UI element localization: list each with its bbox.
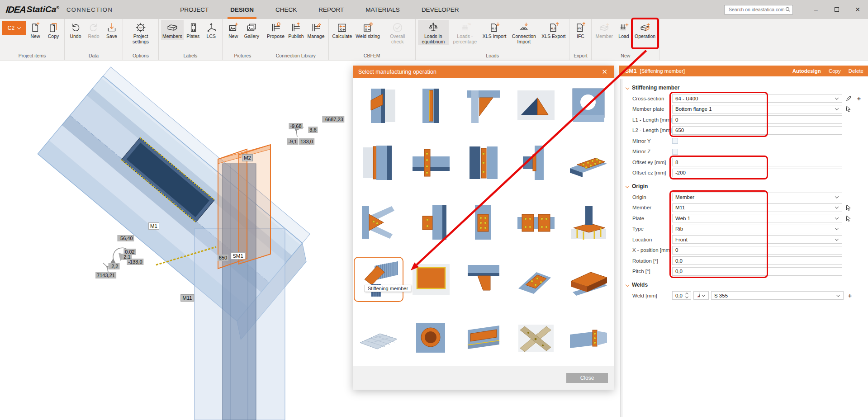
connection-selector[interactable]: C2 (2, 21, 26, 35)
operation-thumb-gusset-plate[interactable] (357, 203, 400, 241)
mirror-y-checkbox[interactable] (672, 138, 678, 144)
operation-thumb-cleat[interactable] (410, 144, 452, 182)
panel-row-x-position-mm: X - position [mm]0 (625, 245, 868, 256)
pencil-icon[interactable] (844, 95, 853, 101)
menu-design[interactable]: DESIGN (219, 0, 265, 19)
member-label[interactable]: SM1 (231, 252, 245, 260)
operation-thumb-connecting-plate[interactable] (410, 203, 452, 241)
operation-thumb-wide-plate[interactable] (567, 260, 610, 298)
operation-thumb-haunch-cut[interactable] (357, 87, 400, 125)
cursor-icon[interactable] (844, 215, 853, 222)
autodesign-button[interactable]: Autodesign (792, 68, 821, 74)
ribbon-button-calculate[interactable]: Calculate (331, 20, 354, 40)
section-welds[interactable]: Welds (625, 279, 868, 290)
minimize-button[interactable]: – (806, 0, 826, 19)
operation-thumb-rib[interactable] (462, 87, 505, 125)
ribbon-button-ifc[interactable]: IFCIFC (572, 20, 589, 40)
ribbon-button-undo[interactable]: Undo (67, 20, 84, 40)
plus-icon[interactable]: + (855, 94, 863, 102)
operation-thumb-stiffening-member[interactable] (357, 260, 400, 298)
ribbon-button-gallery[interactable]: Gallery (243, 20, 261, 40)
operation-thumb-bracket[interactable] (462, 260, 505, 298)
member-field[interactable]: M11 (672, 203, 842, 212)
operation-thumb-splice[interactable] (462, 144, 505, 182)
weld-size-field[interactable]: 0,0 (672, 291, 691, 300)
ribbon-button-new[interactable]: New (27, 20, 44, 40)
close-button[interactable]: ✕ (847, 0, 868, 19)
menu-developer[interactable]: DEVELOPER (411, 0, 470, 19)
member-label[interactable]: M2 (242, 154, 253, 161)
ribbon-button-operation[interactable]: Operation (633, 20, 657, 40)
operation-thumb-plate-opening[interactable] (410, 260, 452, 298)
location-field[interactable]: Front (672, 235, 842, 244)
ribbon-button-load[interactable]: Load (615, 20, 632, 40)
operation-thumb-splice-plates[interactable] (515, 203, 557, 241)
operation-thumb-base-plate[interactable] (567, 203, 610, 241)
operation-thumb-bolted-plate[interactable] (515, 260, 557, 298)
ribbon-button-lcs[interactable]: LCS (203, 20, 220, 40)
delete-operation-button[interactable]: Delete (849, 68, 863, 74)
ribbon-button-project-settings[interactable]: </>Project settings (125, 20, 156, 45)
offset-ey-mm-field[interactable]: 8 (672, 158, 842, 166)
ribbon-button-new[interactable]: New (225, 20, 242, 40)
cursor-icon[interactable] (844, 204, 853, 211)
menu-project[interactable]: PROJECT (169, 0, 219, 19)
ribbon-button-connection-import[interactable]: Connection Import (508, 20, 539, 45)
ribbon-group-label: Data (67, 52, 120, 60)
operation-thumb-stub[interactable] (515, 144, 557, 182)
offset-ez-mm-field[interactable]: -200 (672, 169, 842, 177)
ribbon-button-save[interactable]: Save (103, 20, 120, 40)
x-position-mm-field[interactable]: 0 (672, 246, 842, 255)
operation-thumb-end-plate[interactable] (357, 144, 400, 182)
l1-length-mm-field[interactable]: 0 (672, 115, 842, 124)
member-label[interactable]: M11 (180, 294, 194, 302)
search-box[interactable] (724, 5, 793, 14)
member-plate-field[interactable]: Bottom flange 1 (672, 105, 842, 113)
mirror-z-checkbox[interactable] (672, 149, 678, 155)
member-label[interactable]: M1 (148, 222, 159, 230)
operation-thumb-timber-braces[interactable] (515, 319, 557, 357)
type-field[interactable]: Rib (672, 225, 842, 233)
operation-thumb-widener[interactable] (515, 87, 557, 125)
ribbon-button-plates[interactable]: Plates (185, 20, 202, 40)
weld-type-dropdown[interactable] (693, 291, 709, 300)
operation-thumb-membrane[interactable] (357, 319, 400, 357)
weld-material-dropdown[interactable]: S 355 (711, 291, 844, 300)
ribbon-button-members[interactable]: Members (161, 20, 184, 40)
operation-thumb-channel-weld[interactable] (462, 319, 505, 357)
search-input[interactable] (728, 6, 785, 13)
cursor-icon[interactable] (844, 106, 853, 112)
operation-thumb-flange-plate[interactable] (567, 144, 610, 182)
dialog-close-icon[interactable]: ✕ (601, 68, 608, 75)
ribbon-button-loads-in-equilibrium[interactable]: Loads in equilibrium (418, 20, 449, 45)
rotation-field[interactable]: 0,0 (672, 256, 842, 265)
add-weld-icon[interactable]: + (846, 292, 854, 299)
cross-section-field[interactable]: 64 - U400 (672, 94, 842, 103)
copy-operation-button[interactable]: Copy (829, 68, 841, 74)
menu-check[interactable]: CHECK (265, 0, 308, 19)
operation-thumb-tube[interactable] (410, 319, 452, 357)
ribbon-button-xls-import[interactable]: XLSXLS Import (481, 20, 508, 40)
ribbon-button-weld-sizing[interactable]: Weld sizing (354, 20, 381, 40)
operation-thumb-stiffener-plate[interactable] (410, 87, 452, 125)
ribbon-button-xls-export[interactable]: XLSXLS Export (540, 20, 567, 40)
operation-thumb-opening[interactable] (567, 87, 610, 125)
operation-thumb-bolt-grid[interactable] (462, 203, 505, 241)
section-stiffening-member[interactable]: Stiffening member (625, 82, 868, 93)
l2-length-mm-field[interactable]: 650 (672, 126, 842, 135)
operation-thumb-beam-end-plate[interactable] (567, 319, 610, 357)
origin-field[interactable]: Member (672, 193, 842, 201)
plate-field[interactable]: Web 1 (672, 214, 842, 222)
dialog-close-button[interactable]: Close (566, 373, 608, 383)
ribbon-button-copy[interactable]: Copy (45, 20, 62, 40)
menu-materials[interactable]: MATERIALS (355, 0, 411, 19)
panel-row-rotation: Rotation [°]0,0 (625, 255, 868, 266)
menu-report[interactable]: REPORT (308, 0, 355, 19)
ribbon-button-propose[interactable]: Propose (266, 20, 286, 40)
spinner-icon[interactable] (686, 293, 688, 298)
section-origin[interactable]: Origin (625, 181, 868, 192)
ribbon-button-manage[interactable]: Manage (306, 20, 326, 40)
pitch-field[interactable]: 0,0 (672, 267, 842, 276)
maximize-button[interactable] (826, 0, 847, 19)
ribbon-button-publish[interactable]: Publish (287, 20, 305, 40)
